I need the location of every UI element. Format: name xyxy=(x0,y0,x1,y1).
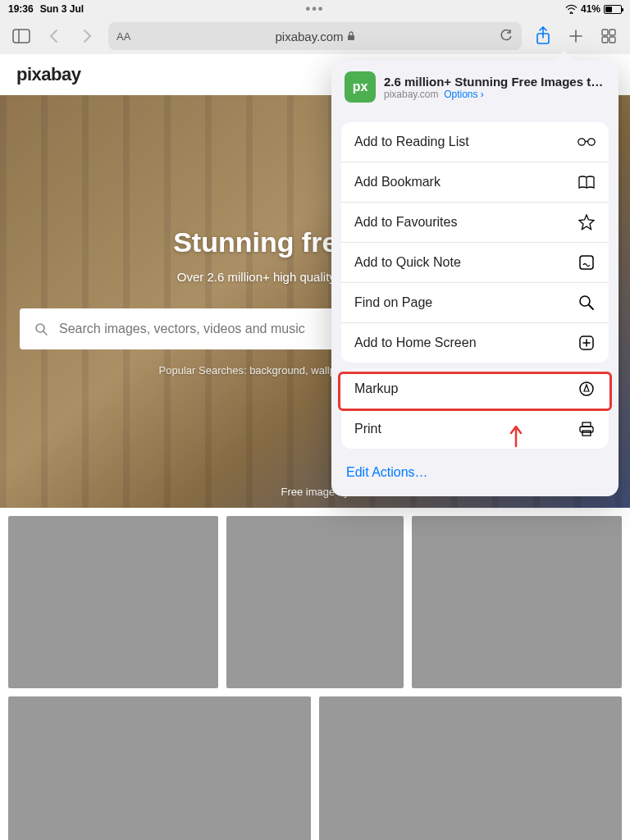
plus-square-icon xyxy=(578,334,596,352)
svg-rect-12 xyxy=(580,256,593,269)
action-add-favourites[interactable]: Add to Favourites xyxy=(341,203,609,243)
svg-point-10 xyxy=(578,139,585,145)
forward-button[interactable] xyxy=(75,25,98,48)
back-button[interactable] xyxy=(43,25,66,48)
reload-button[interactable] xyxy=(499,29,514,43)
status-time: 19:36 xyxy=(8,3,34,15)
text-size-button[interactable]: AA xyxy=(116,30,130,43)
svg-rect-19 xyxy=(582,431,591,436)
browser-toolbar: AA pixabay.com xyxy=(0,18,630,54)
gallery-tile[interactable] xyxy=(226,516,404,688)
share-actions-group-2: Markup Print xyxy=(341,369,609,449)
image-gallery xyxy=(0,508,630,840)
site-favicon: px xyxy=(345,71,376,103)
sidebar-toggle-icon[interactable] xyxy=(10,25,33,48)
url-bar[interactable]: AA pixabay.com xyxy=(108,22,522,50)
action-label: Add to Quick Note xyxy=(354,255,461,270)
svg-line-14 xyxy=(589,305,593,309)
gallery-tile[interactable] xyxy=(8,696,311,840)
gallery-tile[interactable] xyxy=(319,696,622,840)
action-label: Add to Favourites xyxy=(354,215,457,230)
action-label: Add to Home Screen xyxy=(354,336,477,350)
action-add-bookmark[interactable]: Add Bookmark xyxy=(341,162,609,203)
gallery-tile[interactable] xyxy=(412,516,622,688)
new-tab-button[interactable] xyxy=(564,25,587,48)
site-logo[interactable]: pixabay xyxy=(16,64,80,85)
status-bar: 19:36 Sun 3 Jul ••• 41% xyxy=(0,0,630,18)
share-title: 2.6 million+ Stunning Free Images to… xyxy=(384,75,605,89)
action-label: Print xyxy=(354,422,381,436)
share-sheet-header: px 2.6 million+ Stunning Free Images to…… xyxy=(331,60,619,116)
action-add-home-screen[interactable]: Add to Home Screen xyxy=(341,323,609,363)
lock-icon xyxy=(347,31,355,41)
multitasking-dots-icon[interactable]: ••• xyxy=(306,2,325,16)
status-date: Sun 3 Jul xyxy=(40,3,84,15)
pencil-circle-icon xyxy=(578,380,596,398)
star-icon xyxy=(578,213,596,231)
book-icon xyxy=(578,173,596,191)
action-label: Markup xyxy=(354,381,398,396)
svg-rect-17 xyxy=(582,422,591,427)
action-add-reading-list[interactable]: Add to Reading List xyxy=(341,122,609,162)
action-label: Add Bookmark xyxy=(354,175,441,189)
svg-point-13 xyxy=(580,296,590,306)
wifi-icon xyxy=(565,4,578,14)
url-text: pixabay.com xyxy=(275,30,343,43)
share-options-link[interactable]: Options › xyxy=(444,89,484,100)
tabs-overview-button[interactable] xyxy=(597,25,620,48)
svg-rect-5 xyxy=(609,30,615,35)
svg-rect-2 xyxy=(348,35,354,40)
share-sheet: px 2.6 million+ Stunning Free Images to…… xyxy=(331,60,619,496)
action-add-quick-note[interactable]: Add to Quick Note xyxy=(341,243,609,283)
action-label: Find on Page xyxy=(354,295,432,310)
svg-point-11 xyxy=(588,139,595,145)
note-icon xyxy=(578,253,596,272)
svg-rect-7 xyxy=(609,37,615,43)
share-button[interactable] xyxy=(532,25,555,48)
action-find-on-page[interactable]: Find on Page xyxy=(341,283,609,323)
svg-rect-6 xyxy=(602,37,608,43)
search-icon xyxy=(578,294,596,312)
action-markup[interactable]: Markup xyxy=(341,369,609,409)
battery-icon xyxy=(604,5,622,14)
svg-line-9 xyxy=(43,331,47,335)
search-icon xyxy=(34,322,48,336)
svg-rect-4 xyxy=(602,30,608,35)
action-label: Add to Reading List xyxy=(354,135,469,149)
glasses-icon xyxy=(578,133,596,151)
share-domain: pixabay.com xyxy=(384,89,438,100)
print-icon xyxy=(578,420,596,438)
share-actions-group-1: Add to Reading List Add Bookmark Add to … xyxy=(341,122,609,363)
battery-percent: 41% xyxy=(581,3,600,15)
gallery-tile[interactable] xyxy=(8,516,218,688)
action-print[interactable]: Print xyxy=(341,409,609,449)
svg-rect-0 xyxy=(13,30,30,43)
edit-actions-link[interactable]: Edit Actions… xyxy=(331,455,619,490)
